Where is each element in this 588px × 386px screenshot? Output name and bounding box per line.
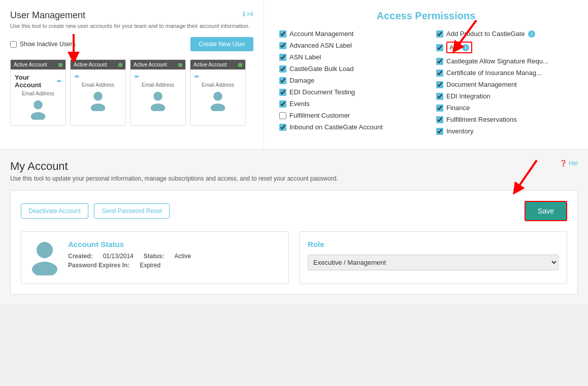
perm-account-management: Account Management xyxy=(279,30,416,38)
send-password-reset-button[interactable]: Send Password Reset xyxy=(94,203,170,219)
account-name-4: ✏ xyxy=(194,74,241,80)
perm-finance-checkbox[interactable] xyxy=(436,104,443,112)
account-card-header-1: Active Account xyxy=(11,60,66,69)
show-inactive-checkbox[interactable] xyxy=(10,41,17,48)
avatar-3 xyxy=(148,91,168,111)
edit-pencil-3[interactable]: ✏ xyxy=(135,74,139,80)
perm-edi-doc-label: EDI Document Testing xyxy=(289,88,355,96)
perm-fulfillment-customer-checkbox[interactable] xyxy=(279,112,286,119)
perm-fulfillment-res-checkbox[interactable] xyxy=(436,116,443,123)
role-box: Role Executive / Management Manager Staf… xyxy=(299,231,567,284)
account-name-2: ✏ xyxy=(75,74,121,80)
avatar-2 xyxy=(88,91,108,111)
perm-edi-integration-checkbox[interactable] xyxy=(436,93,443,100)
password-label: Password Expires In: xyxy=(68,262,129,269)
perm-edi-integration: EDI Integration xyxy=(436,92,573,100)
perm-advanced-asn: Advanced ASN Label xyxy=(279,42,416,49)
account-name-1: Your Account ✏ xyxy=(15,74,61,89)
svg-point-6 xyxy=(153,92,162,101)
red-arrow-api xyxy=(446,15,486,56)
created-label: Created: xyxy=(68,253,93,260)
perm-fulfillment-customer-label: Fulfillment Customer xyxy=(289,112,350,119)
email-label-3: Email Address xyxy=(135,82,181,88)
email-label-4: Email Address xyxy=(194,82,241,88)
perm-doc-management-checkbox[interactable] xyxy=(436,81,443,88)
account-card-header-3: Active Account xyxy=(130,60,185,69)
perm-add-product-checkbox[interactable] xyxy=(436,30,443,38)
edit-pencil-4[interactable]: ✏ xyxy=(194,74,199,80)
perm-castlegate-bulk-checkbox[interactable] xyxy=(279,65,286,73)
status-dot-4 xyxy=(238,63,242,67)
user-management-toolbar: Show Inactive Users Create New User xyxy=(10,37,253,51)
my-account-help-link[interactable]: ❓ Hel xyxy=(560,160,578,167)
top-section: User Management ℹ Hi Use this tool to cr… xyxy=(0,0,588,150)
red-arrow-save xyxy=(506,155,547,196)
svg-line-11 xyxy=(456,20,476,48)
perm-damage-label: Damage xyxy=(289,77,314,84)
user-management-panel: User Management ℹ Hi Use this tool to cr… xyxy=(0,0,264,149)
perm-inventory: Inventory xyxy=(436,127,573,135)
perm-events-checkbox[interactable] xyxy=(279,100,286,108)
perm-damage: Damage xyxy=(279,77,416,84)
email-label-2: Email Address xyxy=(75,82,121,88)
perm-account-management-checkbox[interactable] xyxy=(279,30,286,38)
account-card-3[interactable]: Active Account ✏ Email Address xyxy=(130,59,186,126)
perm-events-label: Events xyxy=(289,100,310,108)
perm-advanced-asn-checkbox[interactable] xyxy=(279,42,286,49)
perm-doc-management-label: Document Management xyxy=(446,81,517,88)
add-product-info-icon[interactable]: i xyxy=(528,30,535,38)
perm-cert-insurance-label: Certificate of Insurance Manag... xyxy=(446,69,542,77)
svg-point-8 xyxy=(213,92,222,101)
access-permissions-title: Access Permissions xyxy=(279,10,573,22)
svg-point-4 xyxy=(93,92,103,101)
account-status-title: Account Status xyxy=(68,240,191,249)
account-card-body-1: Your Account ✏ Email Address xyxy=(11,69,66,125)
perm-asn-label-checkbox[interactable] xyxy=(279,54,286,61)
perm-fulfillment-res: Fulfillment Reservations xyxy=(436,116,573,123)
avatar-1 xyxy=(28,99,48,120)
account-box: Deactivate Account Send Password Reset S… xyxy=(10,190,578,295)
perm-damage-checkbox[interactable] xyxy=(279,77,286,84)
deactivate-account-button[interactable]: Deactivate Account xyxy=(21,203,88,219)
perm-castlegate-sig-label: Castlegate Allow Signature Requ... xyxy=(446,57,548,65)
perm-inventory-checkbox[interactable] xyxy=(436,128,443,135)
help-icon: ❓ xyxy=(560,160,567,167)
svg-point-3 xyxy=(31,112,45,120)
perm-castlegate-bulk: CastleGate Bulk Load xyxy=(279,65,416,73)
svg-line-13 xyxy=(516,160,537,190)
perm-edi-doc-checkbox[interactable] xyxy=(279,89,286,96)
role-title: Role xyxy=(308,240,559,249)
perm-api-checkbox[interactable] xyxy=(436,44,443,51)
big-avatar xyxy=(29,240,60,275)
my-account-header: ❓ Hel My Account Use this tool to update… xyxy=(10,160,578,182)
account-card-4[interactable]: Active Account ✏ Email Address xyxy=(190,59,246,126)
create-new-user-button[interactable]: Create New User xyxy=(190,37,253,51)
status-row-password: Password Expires In: Expired xyxy=(68,262,191,269)
account-status-label-2: Active Account xyxy=(74,62,107,67)
perm-castlegate-bulk-label: CastleGate Bulk Load xyxy=(289,65,353,73)
account-card-1[interactable]: Active Account Your Account ✏ Email Addr… xyxy=(10,59,66,126)
edit-pencil-2[interactable]: ✏ xyxy=(75,74,79,80)
svg-point-14 xyxy=(37,242,53,258)
edit-pencil-1[interactable]: ✏ xyxy=(57,78,61,85)
status-details: Account Status Created: 01/13/2014 Statu… xyxy=(68,240,191,271)
perm-inbound-checkbox[interactable] xyxy=(279,124,286,131)
svg-point-2 xyxy=(34,100,43,110)
help-icon-top[interactable]: ℹ Hi xyxy=(243,10,253,18)
perm-asn-label: ASN Label xyxy=(279,53,416,61)
perm-events: Events xyxy=(279,100,416,108)
perm-castlegate-sig-checkbox[interactable] xyxy=(436,58,443,65)
status-dot-2 xyxy=(118,63,122,67)
user-management-subtitle: Use this tool to create new user account… xyxy=(10,23,253,29)
perm-inbound-label: Inbound on CastleGate Account xyxy=(289,123,383,131)
perm-inventory-label: Inventory xyxy=(446,127,473,135)
svg-point-15 xyxy=(32,262,57,275)
my-account-section: ❓ Hel My Account Use this tool to update… xyxy=(0,150,588,305)
perm-cert-insurance-checkbox[interactable] xyxy=(436,69,443,77)
role-select[interactable]: Executive / Management Manager Staff Vie… xyxy=(308,255,559,270)
help-label: Hel xyxy=(569,160,578,167)
save-button[interactable]: Save xyxy=(525,201,567,221)
account-card-2[interactable]: Active Account ✏ Email Address xyxy=(70,59,126,126)
account-card-body-3: ✏ Email Address xyxy=(130,69,185,117)
svg-point-5 xyxy=(91,103,105,111)
